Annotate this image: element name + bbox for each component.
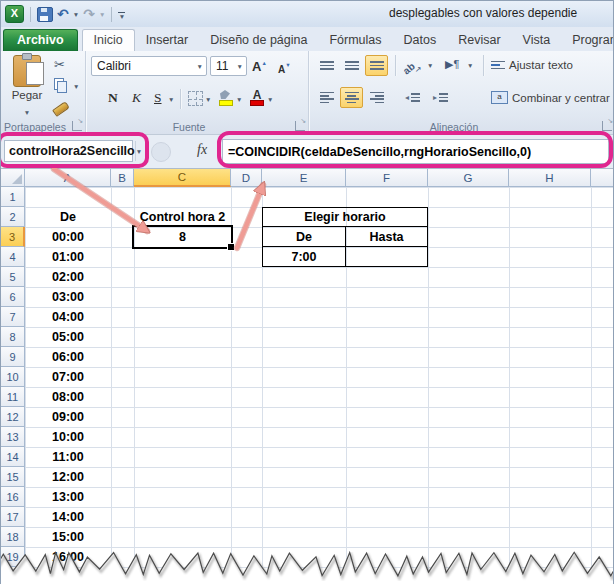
align-center-button[interactable] [340, 87, 363, 108]
column-header-B[interactable]: B [111, 169, 134, 187]
cell-A11[interactable]: 08:00 [25, 387, 111, 407]
orientation-icon[interactable]: ab↗ [403, 58, 421, 76]
decrease-font-size-button[interactable]: A▼ [278, 59, 291, 77]
tab-vista[interactable]: Vista [512, 30, 562, 51]
align-bottom-button[interactable] [365, 55, 388, 76]
tab-diseño-de-página[interactable]: Diseño de página [199, 30, 318, 51]
cell-A19[interactable]: 16:00 [25, 547, 111, 567]
decrease-indent-icon[interactable]: ◂ [401, 87, 424, 108]
redo-dropdown-icon[interactable]: ▼ [99, 11, 105, 18]
row-header-12[interactable]: 12 [1, 407, 25, 427]
cell-A13[interactable]: 10:00 [25, 427, 111, 447]
cell-A2[interactable]: De [25, 207, 111, 227]
alignment-dialog-launcher-icon[interactable] [602, 121, 612, 131]
tab-insertar[interactable]: Insertar [135, 30, 199, 51]
row-header-5[interactable]: 5 [1, 267, 25, 287]
undo-dropdown-icon[interactable]: ▼ [73, 11, 79, 18]
borders-dropdown-icon[interactable]: ▼ [205, 96, 211, 103]
font-dialog-launcher-icon[interactable] [295, 121, 305, 131]
cell-E3[interactable]: De [262, 227, 346, 247]
row-header-6[interactable]: 6 [1, 287, 25, 307]
row-header-15[interactable]: 15 [1, 467, 25, 487]
increase-font-size-button[interactable]: A▲ [252, 57, 267, 75]
font-name-select[interactable]: Calibri ▼ [91, 56, 207, 76]
redo-icon[interactable]: ↷ [83, 7, 95, 21]
cell-E2[interactable]: Elegir horario [262, 207, 428, 227]
column-header-F[interactable]: F [346, 169, 428, 187]
cell-A14[interactable]: 11:00 [25, 447, 111, 467]
column-header-G[interactable]: G [428, 169, 509, 187]
cell-E4[interactable]: 7:00 [262, 247, 346, 267]
copy-dropdown-icon[interactable]: ▼ [73, 83, 79, 90]
paste-dropdown-icon[interactable]: ▼ [24, 109, 30, 116]
paste-button[interactable]: Pegar ▼ [5, 54, 49, 130]
tab-datos[interactable]: Datos [393, 30, 448, 51]
column-header-D[interactable]: D [231, 169, 262, 187]
clipboard-dialog-launcher-icon[interactable] [72, 121, 82, 131]
column-header-E[interactable]: E [262, 169, 346, 187]
underline-dropdown-icon[interactable]: ▼ [168, 96, 174, 103]
column-header-C[interactable]: C [134, 169, 231, 187]
cell-A10[interactable]: 07:00 [25, 367, 111, 387]
row-header-2[interactable]: 2 [1, 207, 25, 227]
row-header-1[interactable]: 1 [1, 187, 25, 207]
row-header-16[interactable]: 16 [1, 487, 25, 507]
column-header-A[interactable]: A [25, 169, 111, 187]
row-header-3[interactable]: 3 [1, 227, 25, 247]
excel-logo-icon[interactable]: X [5, 5, 24, 23]
cell-A17[interactable]: 14:00 [25, 507, 111, 527]
tab-fórmulas[interactable]: Fórmulas [318, 30, 392, 51]
align-left-button[interactable] [315, 87, 338, 108]
cell-A8[interactable]: 05:00 [25, 327, 111, 347]
cell-A12[interactable]: 09:00 [25, 407, 111, 427]
fill-color-icon[interactable] [218, 90, 234, 106]
cell-A3[interactable]: 00:00 [25, 227, 111, 247]
row-header-4[interactable]: 4 [1, 247, 25, 267]
customize-quick-access-icon[interactable]: ▼ [118, 9, 125, 20]
cell-F4[interactable] [346, 247, 428, 267]
font-color-icon[interactable]: A [249, 88, 265, 106]
row-header-8[interactable]: 8 [1, 327, 25, 347]
cell-C2[interactable]: Control hora 2 [134, 207, 231, 227]
row-header-9[interactable]: 9 [1, 347, 25, 367]
text-direction-icon[interactable]: ▶¶ [445, 58, 459, 71]
selected-cell-border[interactable] [132, 225, 233, 249]
cell-A7[interactable]: 04:00 [25, 307, 111, 327]
row-header-11[interactable]: 11 [1, 387, 25, 407]
increase-indent-icon[interactable]: ▸ [429, 87, 452, 108]
cell-F3[interactable]: Hasta [346, 227, 428, 247]
cell-A6[interactable]: 03:00 [25, 287, 111, 307]
row-header-10[interactable]: 10 [1, 367, 25, 387]
cell-A9[interactable]: 06:00 [25, 347, 111, 367]
merge-center-button[interactable]: a Combinar y centrar ▼ [491, 91, 614, 104]
align-right-button[interactable] [365, 87, 388, 108]
italic-button[interactable]: K [132, 90, 141, 106]
column-header-partial[interactable] [591, 169, 614, 187]
font-name-dropdown-icon[interactable]: ▼ [197, 63, 203, 70]
cell-A16[interactable]: 13:00 [25, 487, 111, 507]
borders-icon[interactable] [188, 91, 203, 110]
tab-program[interactable]: Program [561, 30, 614, 51]
save-icon[interactable] [37, 7, 53, 22]
row-header-14[interactable]: 14 [1, 447, 25, 467]
font-size-select[interactable]: 11 ▼ [210, 56, 247, 76]
font-color-dropdown-icon[interactable]: ▼ [267, 96, 273, 103]
font-size-dropdown-icon[interactable]: ▼ [237, 63, 243, 70]
insert-function-icon[interactable]: fx [197, 142, 207, 158]
fill-color-dropdown-icon[interactable]: ▼ [236, 96, 242, 103]
format-painter-icon[interactable] [53, 101, 69, 116]
underline-button[interactable]: S [154, 90, 162, 106]
fill-handle[interactable] [227, 243, 235, 251]
cell-A4[interactable]: 01:00 [25, 247, 111, 267]
row-header-17[interactable]: 17 [1, 507, 25, 527]
row-header-19[interactable]: 19 [1, 547, 25, 567]
orientation-dropdown-icon[interactable]: ▼ [427, 62, 433, 69]
wrap-text-button[interactable]: Ajustar texto [491, 59, 573, 71]
row-header-13[interactable]: 13 [1, 427, 25, 447]
tab-archivo[interactable]: Archivo [3, 29, 78, 51]
align-top-button[interactable] [315, 55, 338, 76]
select-all-corner[interactable] [1, 169, 25, 187]
cut-icon[interactable]: ✂ [54, 57, 65, 72]
tab-inicio[interactable]: Inicio [82, 29, 135, 51]
tab-revisar[interactable]: Revisar [447, 30, 511, 51]
